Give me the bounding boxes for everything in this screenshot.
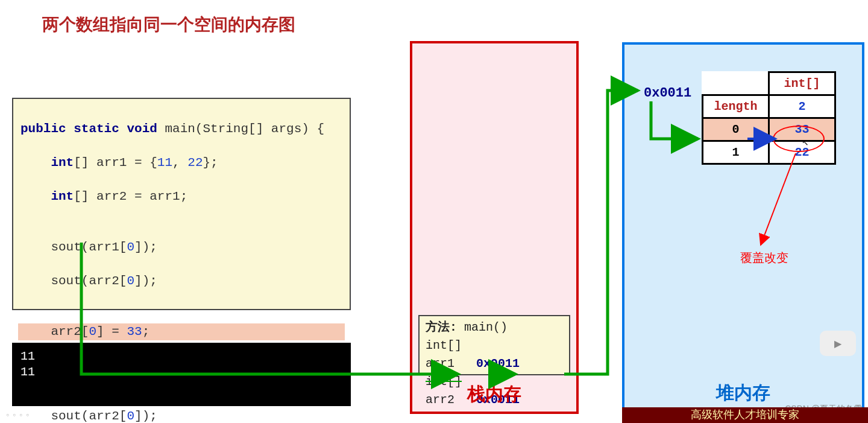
frame-var-type: int[] [426,339,462,352]
stack-frame-main: 方法: main() int[] arr1 0x0011 int[] arr2 … [418,315,570,375]
footer-banner: 高级软件人才培训专家 [622,407,868,423]
code-num: 0 [127,274,134,288]
code-text: [] arr2 = arr1; [74,189,187,203]
stack-memory-label: 栈内存 [412,382,576,407]
code-text: ; [142,325,150,339]
heap-index: 1 [703,141,769,164]
code-text: sout(arr1[ [20,240,127,254]
code-num: 33 [127,325,142,339]
code-text: sout(arr2[ [20,274,127,288]
code-kw: public static void [20,122,157,136]
frame-method-label: 方法: [426,320,457,334]
code-text: ]); [134,274,157,288]
code-text: , [172,156,187,170]
code-text: ]); [134,240,157,254]
heap-memory-label: 堆内存 [624,381,862,406]
code-text: arr2[ [20,325,89,339]
code-text: ]); [134,409,157,423]
heap-object-address: 0x0011 [644,86,691,101]
code-text: [] arr1 = { [74,156,157,170]
code-text: ] = [96,325,127,339]
footer-dots-icon: ◦◦◦◦ [6,410,33,419]
code-num: 11 [157,156,172,170]
heap-object-type: int[] [769,72,835,95]
code-num: 22 [187,156,203,170]
heap-annotation: 覆盖改变 [740,250,788,266]
heap-memory-region: 0x0011 int[] length2 033 122 覆盖改变 堆内存 [622,42,864,413]
code-num: 0 [127,409,134,423]
console-output: 11 11 [12,343,351,406]
frame-method-name: main() [457,320,508,334]
code-text: main(String[] args) { [157,122,324,136]
heap-length-label: length [703,95,769,118]
console-line: 11 [20,365,35,379]
code-block: public static void main(String[] args) {… [12,98,351,310]
code-highlight-line: arr2[0] = 33; [18,323,345,340]
code-kw: int [20,189,74,203]
heap-object-table: int[] length2 033 122 [702,71,836,165]
highlight-ellipse [773,126,825,152]
mouse-cursor-icon: ↖ [802,138,809,147]
heap-length-value: 2 [769,95,835,118]
code-num: 0 [127,240,134,254]
video-badge-icon: ▶ [820,331,856,356]
code-kw: int [20,156,74,170]
code-text: sout(arr2[ [20,409,127,423]
code-num: 0 [89,325,96,339]
frame-var-addr: 0x0011 [476,357,520,371]
console-line: 11 [20,349,35,363]
code-text: }; [203,156,218,170]
frame-var-name: arr1 [426,357,454,371]
diagram-title: 两个数组指向同一个空间的内存图 [42,13,295,36]
heap-index: 0 [703,118,769,141]
stack-memory-region: 方法: main() int[] arr1 0x0011 int[] arr2 … [410,41,579,414]
